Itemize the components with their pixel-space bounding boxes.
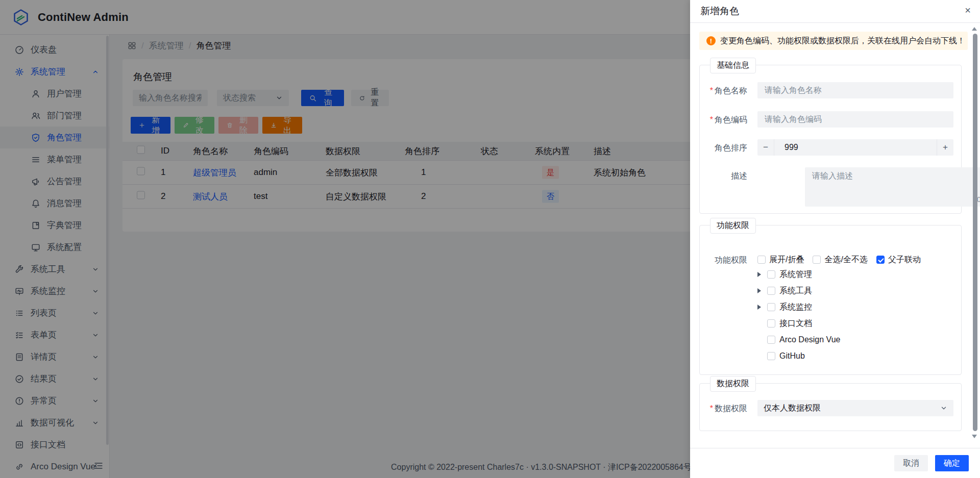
role-code-label: *角色编码	[700, 111, 747, 125]
section-legend: 功能权限	[710, 218, 756, 234]
role-name-label: *角色名称	[700, 82, 747, 96]
node-checkbox[interactable]	[767, 336, 775, 344]
tree-node-github[interactable]: GitHub	[757, 348, 805, 364]
caret-right-icon[interactable]	[757, 288, 761, 293]
drawer-header: 新增角色 ×	[690, 0, 980, 23]
scrollbar-thumb[interactable]	[973, 34, 977, 431]
description-field: 0/200	[805, 167, 980, 207]
tree-node-arco-design-vue[interactable]: Arco Design Vue	[757, 332, 840, 348]
section-legend: 基础信息	[710, 58, 756, 73]
parent-child-link-checkbox[interactable]: 父子联动	[876, 255, 921, 265]
node-checkbox[interactable]	[767, 352, 775, 360]
tree-controls: 展开/折叠 全选/全不选 父子联动	[757, 251, 953, 268]
section-legend: 数据权限	[710, 376, 756, 392]
function-permission-section: 功能权限 功能权限 展开/折叠 全选/全不选 父子联动 系统管理 系统工具 系统…	[699, 225, 962, 375]
role-sort-stepper: − 999 +	[757, 139, 953, 156]
new-role-drawer: 新增角色 × ! 变更角色编码、功能权限或数据权限后，关联在线用户会自动下线！ …	[690, 0, 980, 478]
node-checkbox[interactable]	[767, 303, 775, 311]
minus-button[interactable]: −	[757, 139, 774, 156]
data-permission-label: *数据权限	[700, 400, 747, 414]
node-checkbox[interactable]	[767, 270, 775, 279]
caret-right-icon[interactable]	[757, 305, 761, 310]
cancel-button[interactable]: 取消	[894, 455, 928, 471]
chevron-down-icon	[940, 405, 947, 412]
caret-right-icon[interactable]	[757, 272, 761, 277]
description-label: 描述	[700, 167, 747, 207]
basic-info-section: 基础信息 *角色名称 *角色编码 角色排序 − 999 + 描述	[699, 65, 962, 214]
app-screen: ContiNew Admin 仪表盘 系统管理 用户管理 部门管理 角色管理 菜…	[0, 0, 980, 478]
node-checkbox[interactable]	[767, 319, 775, 328]
tree-node-api-docs[interactable]: 接口文档	[757, 315, 812, 332]
close-icon[interactable]: ×	[965, 5, 971, 15]
drawer-footer: 取消 确定	[690, 448, 980, 478]
description-textarea[interactable]	[805, 167, 980, 207]
role-sort-label: 角色排序	[700, 139, 747, 154]
data-permission-select[interactable]: 仅本人数据权限	[757, 400, 953, 416]
role-code-input[interactable]	[757, 111, 953, 128]
check-all-checkbox[interactable]: 全选/全不选	[813, 255, 867, 265]
warning-alert: ! 变更角色编码、功能权限或数据权限后，关联在线用户会自动下线！	[699, 32, 968, 50]
node-checkbox[interactable]	[767, 287, 775, 295]
function-permission-label: 功能权限	[700, 251, 747, 266]
role-name-input[interactable]	[757, 82, 953, 98]
drawer-title: 新增角色	[700, 5, 739, 18]
expand-collapse-checkbox[interactable]: 展开/折叠	[757, 255, 804, 265]
confirm-button[interactable]: 确定	[935, 455, 969, 471]
data-permission-section: 数据权限 *数据权限 仅本人数据权限	[699, 383, 962, 431]
exclamation-icon: !	[706, 36, 716, 45]
scrollbar-down-arrow[interactable]	[972, 435, 977, 438]
role-sort-value[interactable]: 999	[774, 143, 937, 152]
plus-button[interactable]: +	[937, 139, 953, 156]
tree-node-system-tools[interactable]: 系统工具	[757, 283, 812, 299]
tree-node-system-monitor[interactable]: 系统监控	[757, 299, 812, 315]
scrollbar-up-arrow[interactable]	[972, 27, 977, 31]
tree-node-system-management[interactable]: 系统管理	[757, 266, 812, 283]
